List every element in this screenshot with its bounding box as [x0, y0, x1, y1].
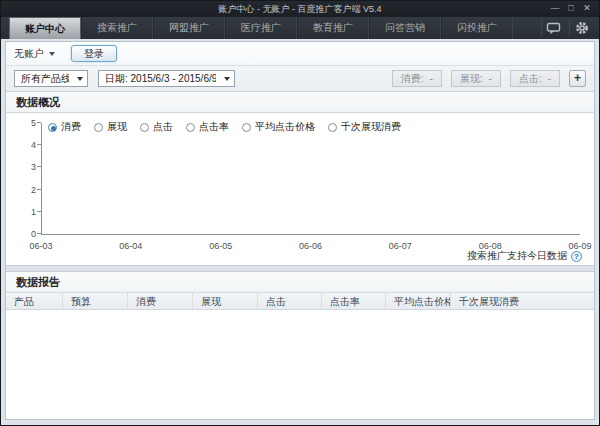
report-section-header: 数据报告: [6, 272, 594, 293]
summary-badge-label: 展现:: [460, 72, 483, 86]
speech-bubble-icon: [546, 22, 561, 35]
y-axis-tick: 3: [17, 162, 36, 172]
account-name[interactable]: 无账户: [14, 47, 44, 61]
help-icon[interactable]: ?: [571, 251, 582, 262]
metric-radio-label: 平均点击价格: [255, 120, 315, 134]
report-column-header[interactable]: 预算: [63, 293, 128, 309]
tab-strip: 账户中心搜索推广网盟推广医疗推广教育推广问答营销闪投推广: [9, 17, 513, 39]
minimize-button[interactable]: —: [547, 1, 563, 17]
tab-item[interactable]: 闪投推广: [441, 17, 513, 39]
footnote-text: 搜索推广支持今日数据: [467, 249, 567, 263]
metric-radio[interactable]: 点击率: [186, 120, 229, 134]
summary-badge-label: 消费:: [401, 72, 424, 86]
metric-radio[interactable]: 点击: [140, 120, 173, 134]
summary-badge-label: 点击:: [519, 72, 542, 86]
app-window: 账户中心 - 无账户 - 百度推广客户端 V5.4 — □ ✕ 账户中心搜索推广…: [0, 0, 600, 426]
radio-icon: [328, 123, 337, 132]
date-range-dropdown[interactable]: 日期: 2015/6/3 - 2015/6/9: [98, 70, 235, 87]
metric-radio[interactable]: 千次展现消费: [328, 120, 401, 134]
summary-badge: 展现:-: [451, 70, 501, 87]
x-axis-label: 06-07: [389, 241, 412, 251]
y-axis-tick: 5: [17, 118, 36, 128]
summary-area: 消费:-展现:-点击:- +: [392, 70, 586, 87]
product-line-dropdown[interactable]: 所有产品线: [14, 70, 88, 87]
metric-radio-label: 千次展现消费: [341, 120, 401, 134]
add-metric-button[interactable]: +: [569, 70, 586, 87]
x-axis-label: 06-06: [299, 241, 322, 251]
tab-item[interactable]: 问答营销: [369, 17, 441, 39]
window-controls: — □ ✕: [547, 1, 595, 17]
y-axis-tick: 4: [17, 140, 36, 150]
overview-section-header: 数据概况: [6, 92, 594, 113]
x-axis-label: 06-04: [119, 241, 142, 251]
report-column-header[interactable]: 平均点击价格: [386, 293, 451, 309]
radio-icon: [140, 123, 149, 132]
close-button[interactable]: ✕: [579, 1, 595, 17]
radio-icon: [242, 123, 251, 132]
report-title: 数据报告: [16, 276, 60, 288]
metric-radio-label: 点击率: [199, 120, 229, 134]
metric-radio-label: 点击: [153, 120, 173, 134]
window-title: 账户中心 - 无账户 - 百度推广客户端 V5.4: [218, 4, 381, 14]
content-frame: 无账户 登录 所有产品线 日期: 2015/6/3 - 2015/6/9 消费:…: [1, 39, 599, 425]
tab-item[interactable]: 账户中心: [9, 17, 81, 39]
section-divider: [6, 265, 594, 272]
message-button[interactable]: [541, 19, 565, 37]
tab-bar-icons: [541, 17, 593, 39]
metric-radio-label: 消费: [61, 120, 81, 134]
login-button[interactable]: 登录: [71, 45, 117, 62]
account-bar: 无账户 登录: [6, 42, 594, 66]
account-caret-icon[interactable]: [49, 52, 55, 56]
report-column-header[interactable]: 点击: [258, 293, 322, 309]
summary-badge-value: -: [489, 73, 492, 84]
tab-item[interactable]: 网盟推广: [153, 17, 225, 39]
radio-icon: [48, 123, 57, 132]
report-column-header[interactable]: 千次展现消费: [451, 293, 594, 309]
x-axis-label: 06-05: [209, 241, 232, 251]
title-bar: 账户中心 - 无账户 - 百度推广客户端 V5.4 — □ ✕: [1, 1, 599, 17]
metric-radio[interactable]: 平均点击价格: [242, 120, 315, 134]
date-range-value: 日期: 2015/6/3 - 2015/6/9: [105, 72, 216, 86]
y-axis-tick: 1: [17, 207, 36, 217]
maximize-button[interactable]: □: [563, 1, 579, 17]
filter-toolbar: 所有产品线 日期: 2015/6/3 - 2015/6/9 消费:-展现:-点击…: [6, 66, 594, 92]
report-column-header[interactable]: 产品: [6, 293, 63, 309]
summary-badge-value: -: [429, 73, 432, 84]
settings-button[interactable]: [569, 19, 593, 37]
gear-icon: [575, 21, 589, 35]
report-column-header[interactable]: 点击率: [322, 293, 386, 309]
content-panel: 无账户 登录 所有产品线 日期: 2015/6/3 - 2015/6/9 消费:…: [5, 41, 595, 420]
chart-plot-area: 012345: [41, 123, 580, 235]
y-axis-tick: 0: [17, 229, 36, 239]
summary-badge: 消费:-: [392, 70, 442, 87]
summary-badge: 点击:-: [510, 70, 560, 87]
radio-icon: [186, 123, 195, 132]
tab-item[interactable]: 教育推广: [297, 17, 369, 39]
metric-radio-group: 消费展现点击点击率平均点击价格千次展现消费: [48, 120, 401, 134]
tab-bar: 账户中心搜索推广网盟推广医疗推广教育推广问答营销闪投推广: [1, 17, 599, 39]
summary-badge-value: -: [548, 73, 551, 84]
overview-chart: 012345 06-0306-0406-0506-0606-0706-0806-…: [6, 113, 594, 265]
metric-radio[interactable]: 消费: [48, 120, 81, 134]
x-axis-label: 06-03: [29, 241, 52, 251]
report-column-header[interactable]: 展现: [193, 293, 258, 309]
metric-radio[interactable]: 展现: [94, 120, 127, 134]
tab-item[interactable]: 搜索推广: [81, 17, 153, 39]
chevron-down-icon: [224, 77, 230, 81]
chevron-down-icon: [77, 77, 83, 81]
y-axis-tick: 2: [17, 185, 36, 195]
overview-title: 数据概况: [16, 96, 60, 108]
tab-item[interactable]: 医疗推广: [225, 17, 297, 39]
summary-badges: 消费:-展现:-点击:-: [392, 70, 560, 87]
report-table-header: 产品预算消费展现点击点击率平均点击价格千次展现消费: [6, 293, 594, 310]
report-table-body: [6, 310, 594, 419]
metric-radio-label: 展现: [107, 120, 127, 134]
chart-footnote: 搜索推广支持今日数据 ?: [467, 249, 582, 263]
radio-icon: [94, 123, 103, 132]
report-column-header[interactable]: 消费: [128, 293, 193, 309]
product-line-value: 所有产品线: [21, 72, 69, 86]
